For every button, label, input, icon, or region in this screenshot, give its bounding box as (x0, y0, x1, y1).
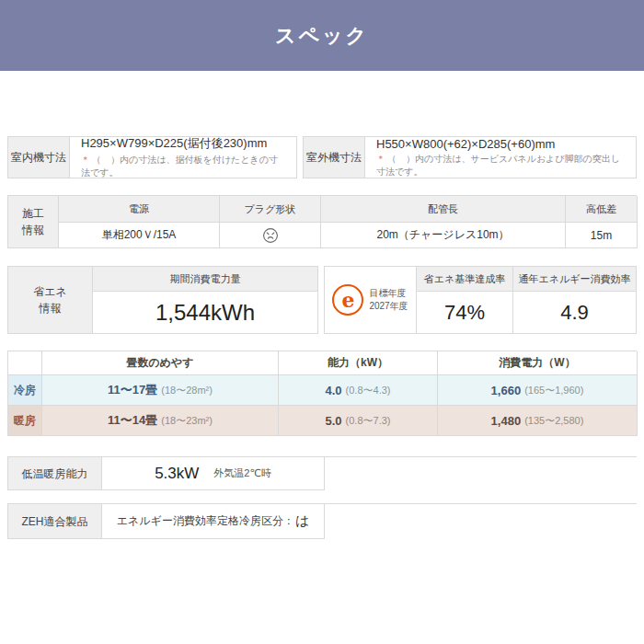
power-header: 電源 (59, 196, 220, 223)
energy-label-text: 省エネ情報 (33, 283, 67, 316)
plug-shape-cell (220, 223, 321, 248)
capacity-table: 畳数のめやす 能力（kW） 消費電力（W） 冷房 11〜17畳 (18〜28m²… (7, 351, 637, 436)
piping-length-header: 配管長 (321, 196, 566, 223)
heating-capacity-cell: 5.0 (0.8〜7.3) (279, 406, 438, 436)
energy-section: 省エネ情報 期間消費電力量 1,544kWh e 目標年度2027年度 省エネ基… (7, 266, 637, 334)
outdoor-dimensions-cell: H550×W800(+62)×D285(+60)mm ＊（ ）内の寸法は、サービ… (365, 137, 637, 178)
note-asterisk-icon: ＊ (81, 155, 90, 165)
energy-right-table: e 目標年度2027年度 省エネ基準達成率 通年エネルギー消費効率 74% 4.… (324, 266, 637, 334)
target-year-text: 目標年度2027年度 (369, 287, 408, 313)
energy-left-table: 省エネ情報 期間消費電力量 1,544kWh (7, 266, 318, 334)
spec-content: 室内機寸法 H295×W799×D225(据付後230)mm ＊（ ）内の寸法は… (0, 136, 644, 539)
low-temp-table: 低温暖房能力 5.3kW 外気温2℃時 (7, 456, 637, 490)
page-title: スペック (275, 22, 369, 50)
height-diff-header: 高低差 (566, 196, 638, 223)
target-year-cell: e 目標年度2027年度 (325, 267, 417, 334)
low-temp-label: 低温暖房能力 (8, 457, 102, 490)
low-temp-note: 外気温2℃時 (213, 466, 270, 480)
zeh-value-prefix: エネルギー消費効率定格冷房区分： (117, 513, 294, 529)
plug-shape-header: プラグ形状 (220, 196, 321, 223)
achievement-rate-header: 省エネ基準達成率 (417, 267, 513, 292)
indoor-dimensions-cell: H295×W799×D225(据付後230)mm ＊（ ）内の寸法は、据付板を付… (70, 137, 297, 178)
indoor-dimensions-table: 室内機寸法 H295×W799×D225(据付後230)mm ＊（ ）内の寸法は… (7, 136, 297, 178)
indoor-dimensions-label: 室内機寸法 (8, 137, 70, 178)
installation-table: 施工情報 電源 プラグ形状 配管長 高低差 単相200Ｖ/15A 20m（チャー… (7, 195, 637, 248)
energy-saving-e-mark-icon: e (332, 284, 363, 316)
heating-mode-label: 暖房 (8, 406, 42, 436)
piping-length-value: 20m（チャージレス10m） (321, 223, 566, 248)
tatami-header: 畳数のめやす (42, 351, 279, 375)
cooling-power-cell: 1,660 (165〜1,960) (438, 375, 638, 406)
outdoor-note-text: （ ）内の寸法は、サービスパネルおよび脚部の突出し寸法です。 (376, 154, 620, 177)
spec-page: スペック 室内機寸法 H295×W799×D225(据付後230)mm ＊（ ）… (0, 0, 644, 539)
cooling-tatami-cell: 11〜17畳 (18〜28m²) (42, 375, 279, 406)
period-consumption-header: 期間消費電力量 (93, 267, 318, 292)
outdoor-dimensions-note: ＊（ ）内の寸法は、サービスパネルおよび脚部の突出し寸法です。 (376, 153, 625, 178)
outdoor-dimensions-value: H550×W800(+62)×D285(+60)mm (376, 137, 555, 151)
installation-label: 施工情報 (8, 196, 59, 248)
energy-label: 省エネ情報 (8, 267, 93, 334)
cooling-mode-label: 冷房 (8, 375, 42, 406)
indoor-dimensions-note: ＊（ ）内の寸法は、据付板を付けたときの寸法です。 (81, 154, 285, 179)
low-temp-value: 5.3kW (155, 465, 199, 483)
achievement-rate-value: 74% (417, 292, 513, 334)
zeh-table: ZEH適合製品 エネルギー消費効率定格冷房区分： は (7, 503, 637, 539)
power-consumption-header: 消費電力（W） (438, 351, 638, 375)
zeh-value-cell: エネルギー消費効率定格冷房区分： は (102, 504, 325, 539)
apf-header: 通年エネルギー消費効率 (513, 267, 637, 292)
tandem-plug-icon (262, 227, 279, 244)
apf-value: 4.9 (513, 292, 637, 334)
zeh-label: ZEH適合製品 (8, 504, 102, 539)
capacity-header: 能力（kW） (279, 351, 438, 375)
dimensions-section: 室内機寸法 H295×W799×D225(据付後230)mm ＊（ ）内の寸法は… (7, 136, 637, 178)
header-band: スペック (0, 0, 644, 71)
note-asterisk-icon: ＊ (376, 154, 385, 164)
heating-power-cell: 1,480 (135〜2,580) (438, 406, 638, 436)
period-consumption-value: 1,544kWh (93, 292, 318, 334)
height-diff-value: 15m (566, 223, 638, 248)
outdoor-dimensions-label: 室外機寸法 (304, 137, 365, 178)
installation-label-text: 施工情報 (22, 205, 44, 238)
power-value: 単相200Ｖ/15A (59, 223, 220, 248)
low-temp-value-cell: 5.3kW 外気温2℃時 (102, 457, 325, 490)
outdoor-dimensions-table: 室外機寸法 H550×W800(+62)×D285(+60)mm ＊（ ）内の寸… (303, 136, 637, 178)
cooling-capacity-cell: 4.0 (0.8〜4.3) (279, 375, 438, 406)
heating-tatami-cell: 11〜14畳 (18〜23m²) (42, 406, 279, 436)
capacity-corner-cell (8, 351, 42, 375)
indoor-dimensions-value: H295×W799×D225(据付後230)mm (81, 135, 267, 152)
indoor-note-text: （ ）内の寸法は、据付板を付けたときの寸法です。 (81, 155, 278, 178)
zeh-value-suffix: は (295, 512, 309, 530)
